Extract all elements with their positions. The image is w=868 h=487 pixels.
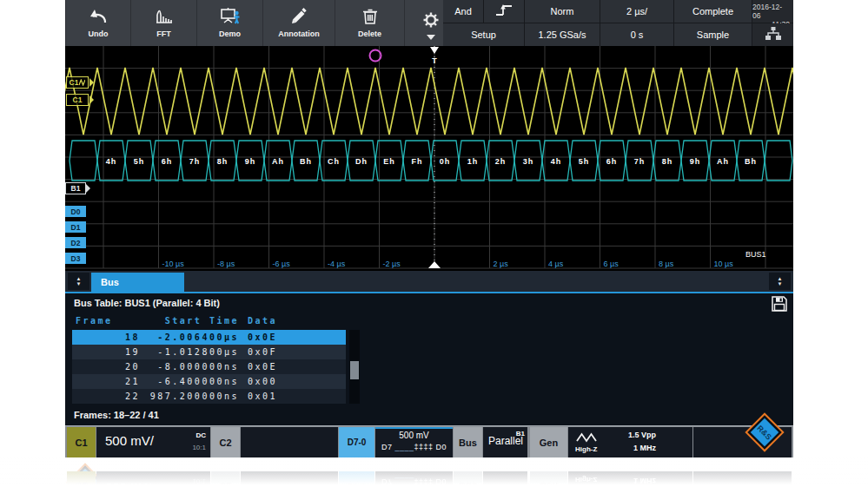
gen-load: High-Z [575,445,597,453]
data-cell: 0x0F [239,345,346,359]
frame-cell: 20 [72,359,142,374]
trigger-logic-cell[interactable]: And [443,0,483,23]
screenshot-stage: Undo FFT Demo Annotation [0,0,868,487]
fft-icon [154,5,175,28]
bus-info-button[interactable]: Parallel B1 [483,427,527,457]
tab-bus[interactable]: Bus [91,273,184,292]
save-icon[interactable] [771,295,788,313]
svg-text:7h: 7h [189,157,201,166]
gen-channel-button[interactable]: Gen [530,427,567,457]
c1-channel-button[interactable]: C1 [67,427,96,457]
waveform-display[interactable]: C1 C1 B1 D0 D1 D2 D3 -10 µs-8 µs-6 µs-4 … [65,46,793,271]
trigger-source-glyph [79,79,85,86]
acquisition-status-cell[interactable]: Complete [674,0,752,23]
start-time-cell: -8.000000ns [142,359,239,374]
d0-marker[interactable]: D0 [65,206,86,217]
tab-scroll-left-button[interactable]: ▲▼ [68,273,89,290]
c2-channel-button[interactable]: C2 [211,427,240,457]
c2-label: C2 [219,438,231,448]
bus1-marker[interactable]: B1 [65,182,86,194]
svg-text:Ah: Ah [717,157,729,166]
setup-cell[interactable]: Setup [443,23,524,46]
trigger-mode-cell[interactable]: Norm [525,0,600,23]
acquisition-status-label: Complete [692,6,733,16]
table-row[interactable]: 19-1.012800µs0x0F [72,345,346,359]
waveform-canvas: -10 µs-8 µs-6 µs-4 µs-2 µs2 µs4 µs6 µs8 … [65,46,793,271]
svg-text:2 µs: 2 µs [494,260,509,268]
c1-label: C1 [75,438,87,448]
c1-info-button[interactable]: 500 mV/ DC 10:1 [96,427,210,457]
svg-text:10 µs: 10 µs [714,260,734,268]
trigger-slope-cell[interactable] [484,0,524,23]
channel1-marker[interactable]: C1 [66,76,89,89]
undo-button[interactable]: Undo [65,0,131,46]
undo-icon [88,5,109,28]
table-scrollbar[interactable] [349,330,360,404]
fft-button[interactable]: FFT [131,0,197,46]
trigger-mode-label: Norm [551,6,574,16]
d1-marker[interactable]: D1 [65,221,86,233]
channel1-offset-label: C1 [73,95,83,104]
bus1-marker-label: B1 [71,184,81,193]
gear-icon[interactable] [422,11,440,32]
svg-text:9h: 9h [245,157,256,166]
result-tab-bar: ▲▼ Bus ▲▼ [65,271,793,293]
d0-tag: D0 [436,443,447,451]
logic-info-button[interactable]: 500 mV D7 ____‡‡‡‡ D0 [375,427,453,457]
table-row[interactable]: 20-8.000000ns0x0E [72,359,346,374]
svg-text:5h: 5h [134,157,145,166]
svg-text:-10 µs: -10 µs [162,260,185,268]
svg-text:9h: 9h [690,157,701,166]
d3-marker[interactable]: D3 [65,253,86,264]
bus-table-rows: 18-2.006400µs0x0E19-1.012800µs0x0F20-8.0… [72,330,346,404]
timebase-label: 2 µs/ [626,6,647,16]
table-row[interactable]: 18-2.006400µs0x0E [72,330,346,345]
svg-text:0h: 0h [440,157,451,166]
data-cell: 0x00 [239,374,346,389]
gen-amplitude: 1.5 Vpp [628,431,656,439]
channel1-offset-marker[interactable]: C1 [66,94,89,106]
svg-text:T: T [432,56,437,65]
c1-scale: 500 mV/ [105,433,154,448]
svg-text:Bh: Bh [300,157,312,166]
network-cell[interactable] [752,23,793,46]
d2-marker[interactable]: D2 [65,237,86,248]
logic-channel-button[interactable]: D7-0 [339,427,374,457]
svg-text:4h: 4h [106,157,117,166]
fft-label: FFT [156,30,171,38]
svg-text:Ah: Ah [272,157,284,166]
svg-text:-8 µs: -8 µs [217,260,235,268]
gen-info-button[interactable]: High-Z 1.5 Vpp 1 MHz [568,427,692,457]
datetime-cell[interactable]: 2016-12-06 11:30 [752,0,793,23]
svg-text:Dh: Dh [355,157,368,166]
acquisition-mode-label: Sample [697,30,729,40]
horizontal-position-cell[interactable]: 0 s [600,23,673,46]
d2-label: D2 [71,239,81,247]
c2-info-button[interactable] [241,427,338,457]
table-row[interactable]: 21-6.400000ns0x00 [72,374,346,389]
gen-frequency: 1 MHz [633,444,656,452]
timebase-cell[interactable]: 2 µs/ [600,0,673,23]
svg-text:4 µs: 4 µs [548,260,564,268]
menu-caret-icon[interactable] [427,35,435,40]
annotation-button[interactable]: Annotation [263,0,335,46]
sample-rate-cell[interactable]: 1.25 GSa/s [525,23,600,46]
bus-table-header: Frame Start Time Data [72,316,346,326]
gen-label: Gen [540,438,558,448]
svg-text:BUS1: BUS1 [745,250,766,259]
svg-text:3h: 3h [523,157,534,166]
acquisition-mode-cell[interactable]: Sample [674,23,752,46]
scrollbar-thumb[interactable] [350,361,359,379]
bottom-zone: C1 500 mV/ DC 10:1 C2 D7-0 500 mV D7 ___… [65,412,793,457]
data-cell: 0x0E [239,330,346,345]
tab-scroll-right-button[interactable]: ▲▼ [769,273,791,290]
table-row[interactable]: 22987.200000ns0x01 [72,389,346,404]
svg-text:-6 µs: -6 µs [273,260,291,268]
triangle-wave-icon [576,431,597,446]
column-start-time: Start Time [142,316,239,326]
bus-channel-button[interactable]: Bus [454,427,482,457]
demo-button[interactable]: Demo [197,0,263,46]
frame-cell: 19 [72,345,142,359]
svg-text:8h: 8h [217,157,229,166]
delete-button[interactable]: Delete [335,0,405,46]
